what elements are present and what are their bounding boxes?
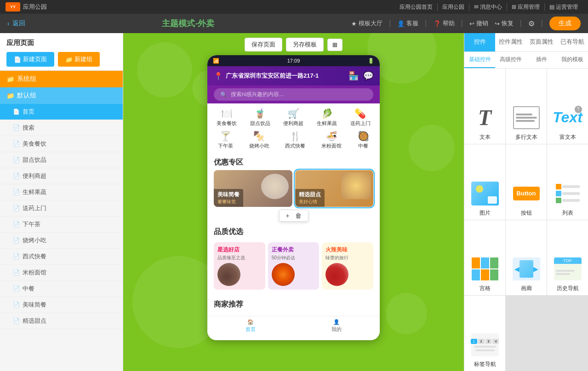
generate-button[interactable]: 生成 [549,17,581,30]
promo-overlay-2: 精选甜点 美好心情 [295,189,325,207]
cat-bbq[interactable]: 🍢 烧烤小吃 [249,131,269,149]
right-tabs-top: 控件 控件属性 页面属性 已有导航 [464,33,588,52]
template-hall-btn[interactable]: ★ 模板大厅 [351,19,382,28]
hotpot-image [325,263,348,286]
new-group-button[interactable]: 📁 新建组 [58,52,100,67]
page-item-noodle[interactable]: 📄 米粉面馆 [0,265,123,281]
card-action-bar: + 🗑 [279,210,308,222]
search-input[interactable]: 🔍 搜索ni感兴趣的内容... [214,88,373,101]
home-icon: 🏠 [247,319,254,325]
cat-food[interactable]: 🍽️ 美食餐饮 [217,108,237,127]
widget-image[interactable]: 图片 [464,144,505,220]
expand-button[interactable]: ⊞ [327,39,343,51]
main-toolbar: ‹ 返回 主题模式-外卖 ★ 模板大厅 | 👤 客服 | ❓ 帮助 | ↩ 撤销… [0,14,588,33]
page-item-home[interactable]: 📄 首页 [0,104,123,120]
right-tabs-second: 基础控件 高级控件 插件 我的模板 [464,52,588,68]
promo-card-2[interactable]: 精选甜点 美好心情 [295,170,374,207]
customer-service-btn[interactable]: 👤 客服 [397,19,418,28]
cat-noodle[interactable]: 🍜 米粉面馆 [321,131,342,149]
page-item-food[interactable]: 📄 美食餐饮 [0,136,123,152]
widget-history-nav[interactable]: TOP 历史导航 [547,220,588,296]
tab-my-templates[interactable]: 我的模板 [557,52,588,68]
page-icon: 📄 [13,173,20,179]
nav-link-messages[interactable]: ✉消息中心 [469,3,507,11]
undo-btn[interactable]: ↩ 撤销 [469,19,488,28]
help-btn[interactable]: ❓ 帮助 [434,19,455,28]
richtext-widget-icon: Text ? [552,104,584,131]
cat-western[interactable]: 🍴 西式快餐 [285,131,305,149]
tab-advanced-controls[interactable]: 高级控件 [495,52,526,68]
cat-dessert[interactable]: 🧋 甜点饮品 [250,108,270,127]
nav-link-home[interactable]: 应用公园首页 [395,3,438,11]
new-page-button[interactable]: 📄 新建页面 [6,52,54,67]
tab-nav[interactable]: 已有导航 [557,33,588,51]
widget-grid[interactable]: 宫格 [464,220,505,296]
page-item-western[interactable]: 📄 西式快餐 [0,249,123,265]
image-widget-icon [469,180,501,207]
nav-link-app-mgmt[interactable]: ⊞应用管理 [507,3,545,11]
widget-gallery[interactable]: ◀ ▶ 画廊 [506,220,547,296]
settings-btn[interactable]: ⚙ [528,19,535,28]
page-item-fresh[interactable]: 📄 生鲜果蔬 [0,184,123,200]
page-item-search[interactable]: 📄 搜索 [0,120,123,136]
cat-chinese[interactable]: 🥘 中餐 [358,131,369,149]
tab-plugins[interactable]: 插件 [526,52,557,68]
page-item-tea[interactable]: 📄 下午茶 [0,217,123,233]
quality-card-1[interactable]: 星选好店 品质臻至之选 [214,242,265,290]
back-arrow-icon: ‹ [7,20,10,27]
page-item-convenience[interactable]: 📄 便利商超 [0,168,123,184]
page-icon: 📄 [13,205,20,211]
medicine-icon: 💊 [354,108,366,119]
cat-tea[interactable]: 🍸 下午茶 [218,131,233,149]
cat-mart[interactable]: 🛒 便利商超 [283,108,303,127]
sep5: | [541,19,543,28]
tab-control-props[interactable]: 控件属性 [495,33,526,51]
page-item-dessert[interactable]: 📄 甜点饮品 [0,152,123,168]
tab-basic-controls[interactable]: 基础控件 [464,52,495,68]
bottom-tab-profile[interactable]: 👤 我的 [331,319,342,336]
widget-text[interactable]: T 文本 [464,68,505,144]
back-button[interactable]: ‹ 返回 [7,19,25,28]
widgets-grid: T 文本 多行文本 Text ? [464,68,588,371]
quality-section: 品质优选 星选好店 品质臻至之选 正餐外卖 50分钟必达 [207,223,380,293]
bottom-tab-home[interactable]: 🏠 首页 [245,319,256,336]
sidebar-title: 应用页面 [6,39,116,47]
widget-list[interactable]: 列表 [547,144,588,220]
page-item-bbq[interactable]: 📄 烧烤小吃 [0,233,123,249]
save-as-template-button[interactable]: 另存模板 [286,38,324,51]
promo-section: 优惠专区 美味简餐 饕餮味觉 [207,154,380,211]
widget-button[interactable]: Button 按钮 [506,144,547,220]
cat-medicine[interactable]: 💊 送药上门 [350,108,371,127]
group-default[interactable]: 📁 默认组 [0,87,123,104]
phone-header-icons: 🏪 💬 [348,71,373,81]
tab-page-props[interactable]: 页面属性 [526,33,557,51]
search-icon: 🔍 [220,91,227,98]
sep2: | [425,19,427,28]
redo-btn[interactable]: ↪ 恢复 [495,19,514,28]
cat-fresh[interactable]: 🥬 生鲜果蔬 [317,108,337,127]
add-card-button[interactable]: + [285,212,289,219]
quality-card-3[interactable]: 火辣美味 味蕾的旅行 [322,242,373,290]
nav-link-app[interactable]: 应用公园 [438,3,469,11]
tab-controls[interactable]: 控件 [464,33,495,51]
location-icon: 📍 [214,72,223,80]
save-page-button[interactable]: 保存页面 [245,38,282,51]
delete-card-button[interactable]: 🗑 [295,212,302,219]
page-item-medicine[interactable]: 📄 送药上门 [0,200,123,217]
nav-link-ops[interactable]: ▤运营管理 [545,3,582,11]
page-item-simple[interactable]: 📄 美味简餐 [0,297,123,313]
history-nav-widget-icon: TOP [552,255,584,283]
group-system[interactable]: 📁 系统组 [0,71,123,87]
logo-icon: YY [6,2,20,11]
page-item-sweets[interactable]: 📄 精选甜点 [0,313,123,329]
widget-multitext[interactable]: 多行文本 [506,68,547,144]
quality-card-2[interactable]: 正餐外卖 50分钟必达 [268,242,320,290]
quality-grid: 星选好店 品质臻至之选 正餐外卖 50分钟必达 火辣美味 味蕾的旅行 [214,242,373,290]
widget-tag-nav[interactable]: 1 2 3 4 标签导航 [464,296,505,371]
widget-richtext[interactable]: Text ? 富文本 [547,68,588,144]
address-text: 广东省深圳市宝安区前进一路217-1 [226,72,319,80]
help-icon: ❓ [434,20,441,27]
page-item-chinese[interactable]: 📄 中餐 [0,281,123,297]
food-decoration2 [341,172,371,199]
promo-card-1[interactable]: 美味简餐 饕餮味觉 [214,170,292,207]
